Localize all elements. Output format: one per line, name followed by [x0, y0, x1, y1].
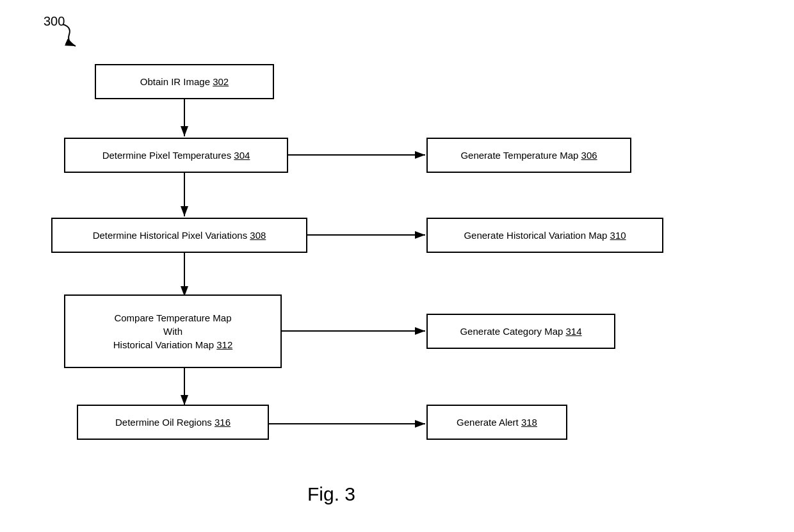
- box-determine-pixel-temp-label: Determine Pixel Temperatures 304: [102, 149, 250, 162]
- ref-310: 310: [610, 230, 626, 241]
- box-compare-temp: Compare Temperature MapWithHistorical Va…: [64, 294, 282, 368]
- box-determine-hist-label: Determine Historical Pixel Variations 30…: [93, 229, 266, 242]
- box-generate-alert-label: Generate Alert 318: [457, 415, 537, 429]
- ref-304: 304: [234, 150, 250, 161]
- box-generate-alert: Generate Alert 318: [426, 405, 567, 440]
- ref-314: 314: [566, 326, 582, 337]
- box-determine-oil: Determine Oil Regions 316: [77, 405, 269, 440]
- ref-312: 312: [216, 339, 232, 350]
- box-compare-temp-label: Compare Temperature MapWithHistorical Va…: [113, 311, 232, 351]
- ref-308: 308: [250, 230, 266, 241]
- box-determine-pixel-temp: Determine Pixel Temperatures 304: [64, 138, 288, 173]
- box-generate-hist-map: Generate Historical Variation Map 310: [426, 218, 663, 253]
- box-generate-cat-map-label: Generate Category Map 314: [460, 325, 581, 338]
- box-obtain-ir: Obtain IR Image 302: [95, 64, 274, 99]
- diagram-ref-label: 300: [44, 14, 65, 29]
- ref-316: 316: [215, 417, 231, 428]
- fig-label: Fig. 3: [307, 483, 355, 505]
- box-determine-oil-label: Determine Oil Regions 316: [115, 415, 231, 429]
- diagram-container: 300 Obtain IR Image 302 Determ: [0, 0, 794, 532]
- box-obtain-ir-label: Obtain IR Image 302: [140, 75, 229, 88]
- box-generate-cat-map: Generate Category Map 314: [426, 314, 615, 349]
- box-generate-temp-map-label: Generate Temperature Map 306: [460, 149, 597, 162]
- ref-302: 302: [213, 76, 229, 87]
- box-determine-hist: Determine Historical Pixel Variations 30…: [51, 218, 307, 253]
- box-generate-hist-map-label: Generate Historical Variation Map 310: [464, 229, 626, 242]
- box-generate-temp-map: Generate Temperature Map 306: [426, 138, 631, 173]
- ref-306: 306: [581, 150, 597, 161]
- ref-318: 318: [521, 417, 537, 428]
